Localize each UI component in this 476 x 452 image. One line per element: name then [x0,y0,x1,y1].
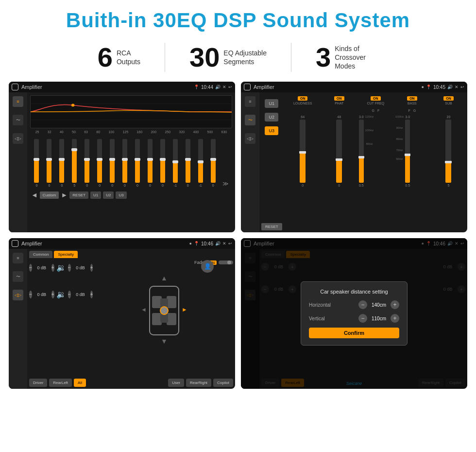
amp-u2-btn[interactable]: U2 [265,113,278,122]
bass-toggle[interactable]: ON [407,96,417,101]
sub-toggle[interactable]: ON [443,96,454,101]
amp-u1-btn[interactable]: U1 [265,99,278,108]
s3-plus-r0[interactable]: + [90,264,93,272]
loudness-toggle[interactable]: ON [298,96,308,101]
s3-minus-1[interactable]: − [29,291,32,298]
tab-specialty[interactable]: Specialty [54,251,77,258]
cutfreq-toggle[interactable]: ON [371,96,381,101]
eq-slider-8[interactable]: 0 [132,139,143,187]
s3-db-1: 0 dB [34,292,50,297]
eq-slider-10[interactable]: 0 [157,139,168,187]
screen3-x-icon[interactable]: ✕ [222,241,226,246]
eq-freq-630: 630 [221,130,227,134]
stat-rca: 6 RCAOutputs [73,44,165,71]
s3-wave-icon[interactable]: 〜 [13,271,23,282]
sidebar-vol-icon[interactable]: ◁▷ [13,133,23,144]
screen1-x-icon[interactable]: ✕ [222,85,226,89]
screen2-vol-icon[interactable]: 🔊 [447,85,453,89]
screenshots-grid: ⌂ Amplifier 📍 10:44 🔊 ✕ ↩ ≡ 〜 ◁▷ [0,79,476,392]
rearright-btn[interactable]: RearRight [186,379,211,387]
eq-slider-7[interactable]: 0 [119,139,131,187]
cutfreq-label: CUT FREQ [367,102,385,105]
driver-btn[interactable]: Driver [29,379,47,387]
s3-plus-r1[interactable]: + [90,291,93,298]
eq-slider-13[interactable]: -1 [195,139,206,187]
profile-btn[interactable]: 👤 [201,260,214,273]
eq-slider-9[interactable]: 0 [144,139,155,187]
screen3-back-icon[interactable]: ↩ [228,241,232,246]
eq-slider-14[interactable]: 0 [207,139,219,187]
page-title: Buith-in 30EQ DSP Sound System [0,9,476,32]
s3-minus-0[interactable]: − [29,264,32,272]
stat-label-rca: RCAOutputs [117,49,140,66]
stat-label-eq: EQ AdjustableSegments [223,49,267,66]
fader-slider[interactable] [219,261,233,264]
amp-reset-btn[interactable]: RESET [261,223,282,230]
s2-wave-icon[interactable]: 〜 [245,115,255,125]
amp-u3-btn[interactable]: U3 [265,126,278,135]
home-icon-2[interactable]: ⌂ [244,84,251,90]
s3-plus-1[interactable]: + [51,291,54,298]
eq-slider-6[interactable]: 0 [107,139,118,187]
eq-reset-btn[interactable]: RESET [69,191,88,199]
screen2-time: 10:45 [433,85,445,90]
s3-vol-icon[interactable]: ◁▷ [13,290,23,300]
s2-vol-icon[interactable]: ◁▷ [245,133,255,144]
eq-u2-btn[interactable]: U2 [103,191,114,199]
screen1-pin-icon: 📍 [194,85,199,89]
eq-slider-2[interactable]: 0 [56,139,68,187]
s3-minus-r1[interactable]: − [68,291,71,298]
eq-prev-icon[interactable]: ◄ [31,191,38,199]
eq-slider-0[interactable]: 0 [31,139,42,187]
sidebar-wave-icon[interactable]: 〜 [13,115,23,125]
eq-slider-5[interactable]: 0 [94,139,105,187]
s2-eq-icon[interactable]: ≡ [245,96,255,107]
vertical-plus-btn[interactable]: + [391,314,399,323]
eq-freq-40: 40 [60,130,64,134]
s3-eq-icon[interactable]: ≡ [13,253,23,263]
eq-slider-11[interactable]: -1 [170,139,181,187]
user-btn[interactable]: User [168,379,184,387]
eq-slider-4[interactable]: 0 [82,139,93,187]
home-icon-1[interactable]: ⌂ [12,84,18,90]
eq-slider-12[interactable]: 0 [182,139,193,187]
vertical-minus-btn[interactable]: − [358,314,367,323]
eq-slider-1[interactable]: 0 [44,139,55,187]
eq-u1-btn[interactable]: U1 [90,191,101,199]
tab-common[interactable]: Common [29,251,52,258]
loudness-label: LOUDNESS [293,102,312,105]
screen3-title: Amplifier [21,241,187,246]
home-icon-3[interactable]: ⌂ [12,240,18,247]
screen3-topbar-icons: ● 📍 10:46 🔊 ✕ ↩ [189,241,232,246]
eq-next-icon[interactable]: ► [61,191,68,199]
eq-slider-3[interactable]: 5 [69,139,80,187]
s3-db-r0: 0 dB [73,265,88,270]
eq-expand-icon[interactable]: ≫ [220,180,231,187]
screen2-x-icon[interactable]: ✕ [455,85,459,89]
copilot-btn[interactable]: Copilot [213,379,233,387]
screen1-back-icon[interactable]: ↩ [228,85,232,89]
horizontal-label: Horizontal [309,302,338,308]
screen1-body: ≡ 〜 ◁▷ [9,92,235,232]
eq-freq-100: 100 [108,130,114,134]
screen3-vol-icon[interactable]: 🔊 [215,241,221,246]
rearleft-btn[interactable]: RearLeft [49,379,72,387]
phat-toggle[interactable]: ON [334,96,344,101]
screen1-topbar-icons: 📍 10:44 🔊 ✕ ↩ [194,85,232,90]
screen2-topbar-icons: ● 📍 10:45 🔊 ✕ ↩ [422,85,464,90]
confirm-button[interactable]: Confirm [309,328,399,338]
horizontal-minus-btn[interactable]: − [358,300,367,309]
all-btn[interactable]: All [74,379,86,387]
eq-freq-160: 160 [136,130,142,134]
s3-db-r1: 0 dB [73,292,88,297]
screen-dialog: ⌂ Amplifier ● 📍 10:46 🔊 ✕ ↩ ≡ 〜 ◁▷ Commo… [241,238,467,389]
eq-u3-btn[interactable]: U3 [116,191,126,199]
stat-number-rca: 6 [98,44,113,71]
s3-plus-0[interactable]: + [51,264,54,272]
screen2-back-icon[interactable]: ↩ [460,85,464,89]
screen3-main: Common Specialty − 0 dB + 🔉 − 0 dB [27,249,235,389]
sidebar-eq-icon[interactable]: ≡ [13,96,23,107]
horizontal-plus-btn[interactable]: + [391,300,399,309]
s3-minus-r0[interactable]: − [68,264,71,272]
eq-custom-btn[interactable]: Custom [40,191,59,199]
